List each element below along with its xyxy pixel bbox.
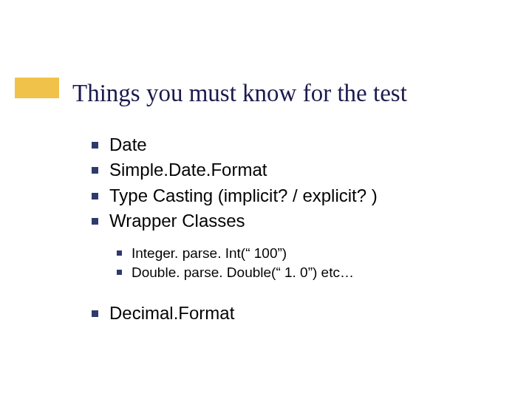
list-item: Simple.Date.Format [89,158,488,182]
list-item: Type Casting (implicit? / explicit? ) [89,184,488,208]
list-item: Date [89,133,488,157]
slide-content: Date Simple.Date.Format Type Casting (im… [89,133,488,327]
list-item-text: Double. parse. Double(“ 1. 0”) etc… [132,265,354,280]
sub-bullet-list: Integer. parse. Int(“ 100”) Double. pars… [114,244,488,282]
accent-block [15,78,59,98]
list-item-text: Date [109,134,147,154]
bullet-list: Date Simple.Date.Format Type Casting (im… [89,133,488,233]
list-item: Integer. parse. Int(“ 100”) [114,244,488,263]
list-item-text: Wrapper Classes [109,211,245,231]
list-item-text: Decimal.Format [109,303,234,323]
list-item-text: Simple.Date.Format [109,160,267,180]
list-item: Double. parse. Double(“ 1. 0”) etc… [114,263,488,282]
list-item-text: Integer. parse. Int(“ 100”) [132,245,287,261]
slide-title: Things you must know for the test [72,80,510,108]
bullet-list: Decimal.Format [89,301,488,325]
slide: Things you must know for the test Date S… [0,0,532,399]
list-item: Decimal.Format [89,301,488,325]
list-item-text: Type Casting (implicit? / explicit? ) [109,185,378,205]
list-item: Wrapper Classes [89,209,488,233]
spacer [89,293,488,301]
